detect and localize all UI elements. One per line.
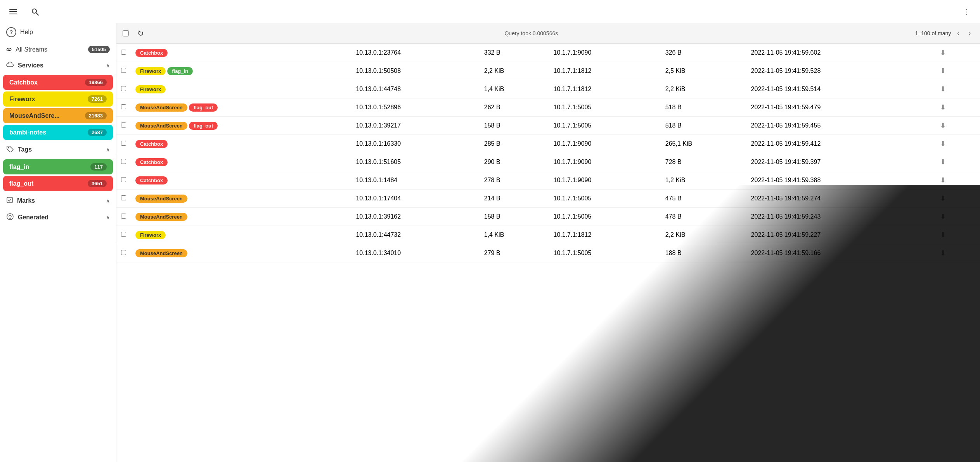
services-header-left: Services [6, 62, 43, 69]
src-size-cell: 214 B [480, 190, 549, 208]
prev-page-button[interactable]: ‹ [954, 28, 962, 38]
src-size-cell: 262 B [480, 98, 549, 117]
tag-badge: 117 [90, 163, 107, 171]
sidebar-item-help[interactable]: ? Help [0, 23, 116, 41]
sidebar-item-service-mouseandscreen[interactable]: MouseAndScre... 21683 [3, 108, 113, 123]
download-button[interactable]: ⬇ [938, 248, 948, 258]
service-badge: 19866 [85, 79, 107, 86]
tags-list: flag_in 117flag_out 3651 [0, 158, 116, 193]
sidebar-item-all-streams[interactable]: ∞ All Streams 51505 [0, 41, 116, 58]
table-row[interactable]: Fireworxflag_in 10.13.0.1:50508 2,2 KiB … [116, 62, 980, 80]
services-cloud-icon [6, 62, 14, 69]
dst-size-cell: 475 B [661, 190, 746, 208]
download-button[interactable]: ⬇ [938, 157, 948, 167]
table-row[interactable]: MouseAndScreenflag_out 10.13.0.1:52896 2… [116, 98, 980, 117]
marks-section-header[interactable]: Marks ∧ [0, 193, 116, 209]
row-checkbox[interactable] [121, 232, 126, 237]
dst-cell: 10.1.7.1:5005 [549, 190, 661, 208]
row-checkbox[interactable] [121, 159, 126, 164]
download-button[interactable]: ⬇ [938, 48, 948, 58]
sidebar-item-tag-flag_out[interactable]: flag_out 3651 [3, 176, 113, 191]
content-area: ↻ Query took 0.000566s 1–100 of many ‹ ›… [116, 23, 980, 462]
row-checkbox[interactable] [121, 141, 126, 146]
service-badge: 2687 [88, 129, 107, 136]
table-row[interactable]: Catchbox 10.13.0.1:1484 278 B 10.1.7.1:9… [116, 171, 980, 190]
table-row[interactable]: MouseAndScreen 10.13.0.1:34010 279 B 10.… [116, 244, 980, 262]
services-section-header[interactable]: Services ∧ [0, 58, 116, 73]
sidebar-item-service-bambi-notes[interactable]: bambi-notes 2687 [3, 125, 113, 140]
more-menu-button[interactable]: ⋮ [960, 5, 974, 19]
tags-chevron-icon: ∧ [106, 147, 110, 153]
dst-size-cell: 265,1 KiB [661, 135, 746, 153]
tags-header-left: Tags [6, 145, 32, 154]
generated-icon [6, 213, 14, 222]
row-checkbox[interactable] [121, 214, 126, 219]
svg-line-4 [36, 13, 38, 15]
service-badge: 7261 [88, 95, 107, 103]
tag-pill: flag_out [189, 103, 218, 112]
table-row[interactable]: Catchbox 10.13.0.1:51605 290 B 10.1.7.1:… [116, 153, 980, 171]
service-pill: Fireworx [135, 231, 166, 239]
download-cell: ⬇ [933, 62, 980, 80]
dst-cell: 10.1.7.1:9090 [549, 44, 661, 62]
row-checkbox[interactable] [121, 177, 126, 182]
row-checkbox[interactable] [121, 68, 126, 73]
src-cell: 10.13.0.1:23764 [351, 44, 479, 62]
refresh-button[interactable]: ↻ [133, 26, 147, 40]
sidebar-item-service-catchbox[interactable]: Catchbox 19866 [3, 75, 113, 90]
svg-point-8 [10, 218, 10, 219]
src-size-cell: 2,2 KiB [480, 62, 549, 80]
service-cell: Catchbox [131, 44, 351, 62]
menu-button[interactable] [6, 5, 20, 19]
search-button[interactable] [28, 5, 42, 19]
download-button[interactable]: ⬇ [938, 102, 948, 112]
row-checkbox[interactable] [121, 122, 126, 128]
timestamp-cell: 2022-11-05 19:41:59.514 [746, 80, 933, 98]
src-cell: 10.13.0.1:34010 [351, 244, 479, 262]
download-button[interactable]: ⬇ [938, 212, 948, 222]
table-row[interactable]: Catchbox 10.13.0.1:23764 332 B 10.1.7.1:… [116, 44, 980, 62]
table-row[interactable]: MouseAndScreen 10.13.0.1:39162 158 B 10.… [116, 208, 980, 226]
dst-size-cell: 2,2 KiB [661, 226, 746, 244]
row-checkbox[interactable] [121, 50, 126, 55]
src-cell: 10.13.0.1:16330 [351, 135, 479, 153]
table-row[interactable]: Fireworx 10.13.0.1:44748 1,4 KiB 10.1.7.… [116, 80, 980, 98]
table-row[interactable]: Catchbox 10.13.0.1:16330 285 B 10.1.7.1:… [116, 135, 980, 153]
row-checkbox[interactable] [121, 104, 126, 109]
row-checkbox[interactable] [121, 86, 126, 91]
dst-cell: 10.1.7.1:9090 [549, 135, 661, 153]
dst-cell: 10.1.7.1:9090 [549, 171, 661, 190]
sidebar-item-service-fireworx[interactable]: Fireworx 7261 [3, 91, 113, 107]
row-checkbox[interactable] [121, 195, 126, 200]
table-row[interactable]: MouseAndScreenflag_out 10.13.0.1:39217 1… [116, 117, 980, 135]
table-row[interactable]: MouseAndScreen 10.13.0.1:17404 214 B 10.… [116, 190, 980, 208]
download-button[interactable]: ⬇ [938, 193, 948, 203]
download-button[interactable]: ⬇ [938, 139, 948, 149]
tags-section-header[interactable]: Tags ∧ [0, 141, 116, 158]
timestamp-cell: 2022-11-05 19:41:59.602 [746, 44, 933, 62]
dst-cell: 10.1.7.1:9090 [549, 153, 661, 171]
download-button[interactable]: ⬇ [938, 121, 948, 131]
generated-section-header[interactable]: Generated ∧ [0, 209, 116, 226]
timestamp-cell: 2022-11-05 19:41:59.412 [746, 135, 933, 153]
download-button[interactable]: ⬇ [938, 175, 948, 185]
table-row[interactable]: Fireworx 10.13.0.1:44732 1,4 KiB 10.1.7.… [116, 226, 980, 244]
dst-size-cell: 188 B [661, 244, 746, 262]
generated-chevron-icon: ∧ [106, 214, 110, 221]
marks-icon [6, 197, 13, 205]
download-button[interactable]: ⬇ [938, 84, 948, 94]
row-checkbox[interactable] [121, 250, 126, 255]
download-button[interactable]: ⬇ [938, 66, 948, 76]
download-button[interactable]: ⬇ [938, 230, 948, 240]
more-icon: ⋮ [963, 7, 971, 16]
service-cell: Catchbox [131, 171, 351, 190]
download-cell: ⬇ [933, 244, 980, 262]
sidebar-item-tag-flag_in[interactable]: flag_in 117 [3, 159, 113, 174]
next-page-button[interactable]: › [966, 28, 974, 38]
src-cell: 10.13.0.1:50508 [351, 62, 479, 80]
select-all-checkbox[interactable] [123, 30, 129, 36]
marks-label: Marks [17, 197, 35, 204]
row-checkbox-cell [116, 190, 131, 208]
all-streams-icon: ∞ [6, 45, 12, 54]
row-checkbox-cell [116, 153, 131, 171]
